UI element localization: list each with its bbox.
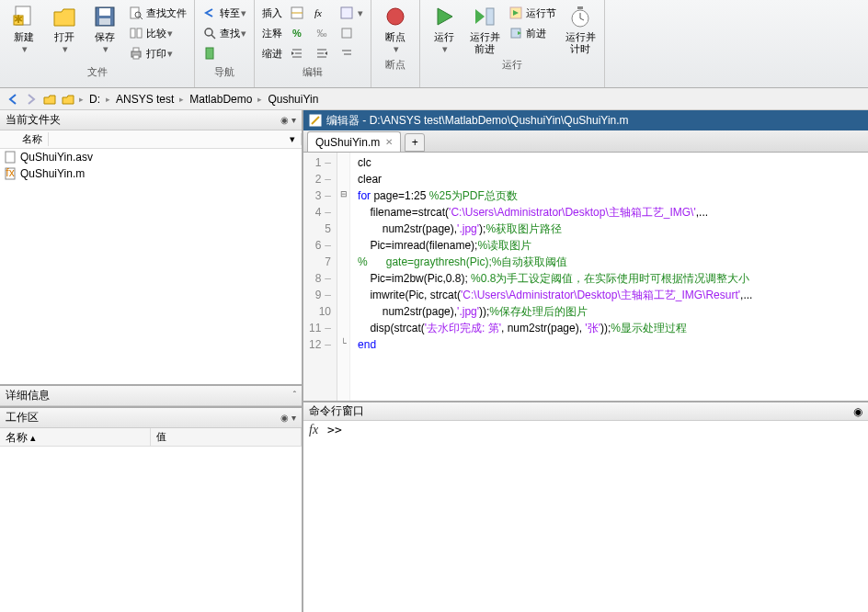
group-label-bp: 断点 — [385, 57, 405, 74]
run-advance-button[interactable]: 运行并 前进 — [464, 2, 505, 57]
svg-rect-30 — [486, 8, 494, 25]
ribbon-group-nav: 转至▾ 查找▾ 导航 — [195, 0, 255, 87]
find-button[interactable]: 查找▾ — [200, 23, 249, 43]
code-lines: clc clear for page=1:25 %25为PDF总页数 filen… — [350, 153, 760, 401]
details-header: 详细信息 ˆ — [0, 386, 302, 406]
svg-rect-26 — [342, 28, 351, 38]
file-row[interactable]: QuShuiYin.asv — [0, 149, 302, 165]
left-column: 当前文件夹 ◉ ▾ 名称 ▾ QuShuiYin.asv fx QuShuiYi… — [0, 110, 303, 612]
new-button[interactable]: ✱ 新建▾ — [4, 2, 44, 57]
ribbon-group-run: 运行▾ 运行并 前进 运行节 前进 运行并 计时 运行 — [420, 0, 605, 87]
editor-icon — [309, 114, 322, 127]
file-list-header: 名称 ▾ — [0, 130, 302, 149]
path-bar: ▸ D: ▸ ANSYS test ▸ MatlabDemo ▸ QushuiY… — [0, 88, 868, 110]
nav-back-icon[interactable] — [5, 91, 21, 108]
workspace-menu-icon[interactable]: ◉ ▾ — [280, 413, 296, 423]
smart-indent-button[interactable] — [337, 43, 366, 63]
ribbon-group-breakpoints: 断点▾ 断点 — [371, 0, 420, 87]
editor-tabs: QuShuiYin.m ✕ + — [303, 130, 868, 153]
run-button[interactable]: 运行▾ — [424, 2, 464, 57]
insert-button[interactable]: 插入 — [259, 3, 285, 23]
current-folder-header: 当前文件夹 ◉ ▾ — [0, 110, 302, 130]
command-window: 命令行窗口 ◉ fx >> — [303, 401, 868, 612]
editor-tab[interactable]: QuShuiYin.m ✕ — [307, 131, 401, 152]
run-time-button[interactable]: 运行并 计时 — [560, 2, 600, 57]
svg-rect-5 — [99, 18, 110, 25]
print-button[interactable]: 打印▾ — [126, 43, 189, 63]
group-label-edit: 编辑 — [303, 64, 323, 81]
add-tab-button[interactable]: + — [405, 133, 425, 152]
editor-title-bar: 编辑器 - D:\ANSYS test\MatlabDemo\QushuiYin… — [303, 110, 868, 130]
svg-rect-16 — [206, 48, 213, 59]
panel-menu-icon[interactable]: ◉ ▾ — [280, 115, 296, 125]
file-row[interactable]: fx QuShuiYin.m — [0, 165, 302, 182]
svg-rect-25 — [341, 7, 352, 18]
fx-button[interactable]: fx — [312, 3, 335, 23]
insert-end-button[interactable]: ▾ — [337, 3, 366, 23]
file-icon — [4, 151, 17, 164]
wrap-comment-button[interactable] — [337, 23, 366, 43]
ribbon-group-edit: 插入 注释 缩进 % fx ‰ ▾ 编辑 — [255, 0, 371, 87]
svg-line-15 — [211, 35, 215, 39]
svg-rect-6 — [131, 7, 139, 18]
indent-left-button[interactable] — [312, 43, 335, 63]
comment-pct-button[interactable]: % — [287, 23, 310, 43]
crumb-drive[interactable]: D: — [86, 93, 104, 106]
ws-col-name[interactable]: 名称 ▴ — [0, 428, 151, 446]
uncomment-button[interactable]: ‰ — [312, 23, 335, 43]
save-button[interactable]: 保存▾ — [85, 2, 125, 57]
details-expand-icon[interactable]: ˆ — [293, 391, 296, 401]
close-tab-icon[interactable]: ✕ — [385, 137, 393, 147]
ws-col-value[interactable]: 值 — [151, 428, 302, 446]
workspace-header: 工作区 ◉ ▾ — [0, 408, 302, 428]
indent-right-button[interactable] — [287, 43, 310, 63]
file-list: QuShuiYin.asv fx QuShuiYin.m — [0, 149, 302, 384]
svg-text:✱: ✱ — [14, 13, 23, 26]
indent-button[interactable]: 缩进 — [259, 43, 285, 63]
fx-icon[interactable]: fx — [303, 421, 324, 612]
mfile-icon: fx — [4, 167, 17, 180]
fold-column: ⊟ └ — [337, 153, 350, 401]
workspace-grid-header: 名称 ▴ 值 — [0, 428, 302, 447]
code-editor[interactable]: 1– 2– 3– 4– 5 6– 7 8– 9– 10 11– 12– ⊟ └ … — [303, 153, 868, 401]
command-window-header: 命令行窗口 ◉ — [303, 402, 868, 421]
crumb-3[interactable]: QushuiYin — [264, 93, 322, 106]
svg-rect-4 — [99, 8, 110, 16]
find-files-button[interactable]: 查找文件 — [126, 3, 189, 23]
comment-button[interactable]: 注释 — [259, 23, 285, 43]
svg-rect-37 — [6, 152, 15, 163]
goto-button[interactable]: 转至▾ — [200, 3, 249, 23]
group-label-run: 运行 — [502, 57, 522, 74]
line-gutter: 1– 2– 3– 4– 5 6– 7 8– 9– 10 11– 12– — [303, 153, 337, 401]
svg-rect-10 — [137, 28, 142, 38]
folder-icon[interactable] — [60, 91, 76, 108]
svg-text:fx: fx — [6, 167, 14, 179]
cmd-menu-icon[interactable]: ◉ — [853, 405, 862, 418]
compare-button[interactable]: 比较▾ — [126, 23, 189, 43]
svg-line-8 — [140, 17, 143, 19]
crumb-1[interactable]: ANSYS test — [112, 93, 177, 106]
svg-point-14 — [205, 28, 212, 36]
group-label-file: 文件 — [87, 64, 108, 81]
bookmark-button[interactable] — [200, 43, 249, 63]
svg-rect-13 — [133, 55, 139, 59]
breakpoints-button[interactable]: 断点▾ — [375, 2, 416, 57]
insert-section-button[interactable] — [287, 3, 310, 23]
advance-button[interactable]: 前进 — [506, 23, 559, 43]
command-window-body[interactable]: fx >> — [303, 421, 868, 612]
fold-icon[interactable]: ⊟ — [337, 186, 349, 202]
svg-point-29 — [387, 8, 404, 25]
svg-rect-36 — [577, 6, 583, 9]
svg-rect-9 — [131, 28, 135, 38]
col-name[interactable]: 名称 — [17, 132, 49, 146]
folder-up-icon[interactable] — [41, 91, 58, 108]
ribbon-group-file: ✱ 新建▾ 打开▾ 保存▾ 查找文件 比较▾ 打印▾ 文件 — [0, 0, 195, 87]
svg-rect-12 — [133, 48, 139, 51]
open-button[interactable]: 打开▾ — [44, 2, 85, 57]
right-column: 编辑器 - D:\ANSYS test\MatlabDemo\QushuiYin… — [303, 110, 868, 612]
crumb-2[interactable]: MatlabDemo — [186, 93, 256, 106]
command-prompt: >> — [324, 421, 346, 612]
nav-forward-icon[interactable] — [23, 91, 40, 108]
run-section-button[interactable]: 运行节 — [506, 3, 559, 23]
workspace-grid — [0, 447, 302, 612]
